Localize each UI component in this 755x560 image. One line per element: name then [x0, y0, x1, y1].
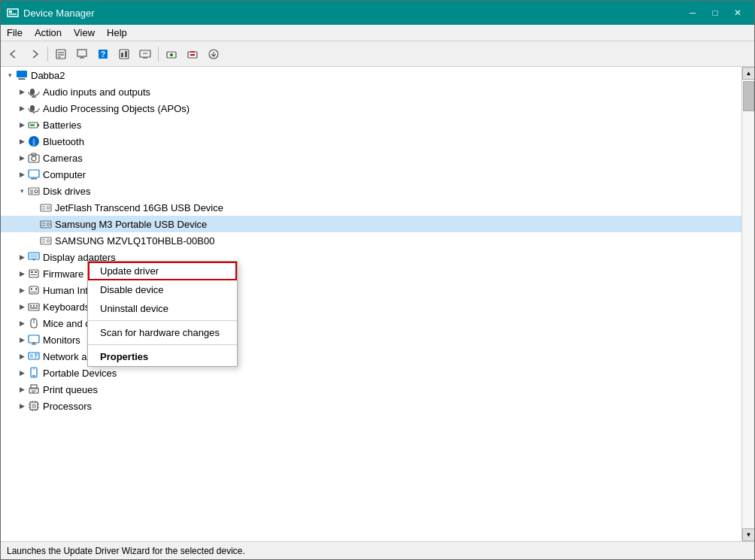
menu-help[interactable]: Help — [101, 25, 133, 41]
status-bar: Launches the Update Driver Wizard for th… — [1, 541, 754, 559]
scroll-up-button[interactable]: ▲ — [742, 67, 754, 80]
window-icon — [7, 7, 19, 19]
jetflash-icon — [40, 201, 52, 213]
tree-item-jetflash[interactable]: ▶ JetFlash Transcend 16GB USB Device — [1, 199, 741, 216]
expand-audio-io[interactable]: ▶ — [16, 86, 28, 98]
svg-rect-1 — [9, 11, 12, 13]
menu-view[interactable]: View — [68, 25, 101, 41]
title-bar: Device Manager ─ □ ✕ — [1, 1, 754, 25]
expand-audio-apo[interactable]: ▶ — [16, 102, 28, 114]
expand-disk-drives[interactable]: ▾ — [16, 185, 28, 197]
device-tree[interactable]: ▾ Dabba2 ▶ — [1, 67, 741, 541]
svg-rect-65 — [35, 271, 37, 273]
tree-item-processors[interactable]: ▶ Processors — [1, 398, 741, 414]
computer-sub-icon — [28, 168, 40, 180]
expand-network[interactable]: ▶ — [16, 350, 28, 362]
context-menu-separator-1 — [88, 320, 237, 321]
device-manager-window: Device Manager ─ □ ✕ File Action View He… — [0, 0, 755, 560]
toolbar: ? — [1, 41, 754, 67]
svg-rect-72 — [30, 305, 32, 307]
scroll-thumb[interactable] — [743, 81, 754, 111]
maximize-button[interactable]: □ — [705, 5, 726, 20]
main-area: ▾ Dabba2 ▶ — [1, 67, 754, 541]
svg-rect-33 — [38, 124, 39, 126]
svg-rect-27 — [30, 89, 35, 95]
tree-item-cameras[interactable]: ▶ Cameras — [1, 150, 741, 166]
update-driver-toolbar-button[interactable] — [72, 44, 92, 64]
hid-icon — [28, 284, 40, 296]
audio-apo-label: Audio Processing Objects (APOs) — [43, 103, 190, 114]
mice-icon — [28, 317, 40, 329]
tree-item-disk-drives[interactable]: ▾ Disk drives — [1, 183, 741, 199]
tree-item-samsung-mz[interactable]: ▶ SAMSUNG MZVLQ1T0HBLB-00B00 — [1, 232, 741, 249]
tree-item-batteries[interactable]: ▶ Batteries — [1, 117, 741, 133]
expand-computer[interactable]: ▶ — [16, 168, 28, 180]
expand-print[interactable]: ▶ — [16, 383, 28, 395]
help-button[interactable]: ? — [93, 44, 113, 64]
scroll-track[interactable] — [742, 80, 754, 528]
svg-rect-41 — [31, 178, 37, 180]
tree-item-root[interactable]: ▾ Dabba2 — [1, 67, 741, 83]
firmware-icon — [28, 268, 40, 280]
vertical-scrollbar[interactable]: ▲ ▼ — [741, 67, 754, 541]
batteries-icon — [28, 119, 40, 131]
svg-rect-24 — [17, 71, 27, 77]
expand-display[interactable]: ▶ — [16, 251, 28, 263]
expand-firmware[interactable]: ▶ — [16, 268, 28, 280]
processors-label: Processors — [43, 401, 92, 412]
menu-file[interactable]: File — [1, 25, 29, 41]
tree-item-print[interactable]: ▶ Print queues — [1, 381, 741, 398]
context-menu-properties[interactable]: Properties — [88, 347, 237, 366]
svg-rect-67 — [29, 286, 38, 294]
expand-portable[interactable]: ▶ — [16, 367, 28, 379]
forward-button[interactable] — [25, 44, 44, 64]
remove-device-button[interactable] — [183, 44, 202, 64]
expand-keyboards[interactable]: ▶ — [16, 301, 28, 313]
expand-hid[interactable]: ▶ — [16, 284, 28, 296]
expand-processors[interactable]: ▶ — [16, 400, 28, 412]
tree-item-portable[interactable]: ▶ Portable Devices — [1, 365, 741, 381]
expand-monitors[interactable]: ▶ — [16, 334, 28, 346]
svg-point-38 — [32, 156, 36, 161]
expand-batteries[interactable]: ▶ — [16, 119, 28, 131]
samsung-mz-icon — [40, 235, 52, 247]
tree-item-samsung-m3[interactable]: ▶ Samsung M3 Portable USB Device — [1, 216, 741, 232]
root-label: Dabba2 — [31, 70, 65, 81]
expand-root[interactable]: ▾ — [4, 69, 16, 81]
network-icon — [28, 350, 40, 362]
svg-point-52 — [47, 223, 50, 226]
minimize-button[interactable]: ─ — [682, 5, 703, 20]
tree-item-computer[interactable]: ▶ Computer — [1, 166, 741, 183]
download-button[interactable] — [204, 44, 223, 64]
context-menu-uninstall-device[interactable]: Uninstall device — [88, 299, 237, 318]
status-text: Launches the Update Driver Wizard for th… — [7, 546, 245, 556]
properties-button[interactable] — [51, 44, 71, 64]
context-menu-scan[interactable]: Scan for hardware changes — [88, 323, 237, 342]
add-device-button[interactable] — [162, 44, 181, 64]
expand-mice[interactable]: ▶ — [16, 317, 28, 329]
disk-drives-label: Disk drives — [43, 186, 91, 197]
scroll-down-button[interactable]: ▼ — [742, 528, 754, 541]
svg-text:?: ? — [101, 50, 105, 59]
portable-icon — [28, 367, 40, 379]
expand-bluetooth[interactable]: ▶ — [16, 135, 28, 147]
context-menu-update-driver[interactable]: Update driver — [88, 262, 237, 280]
samsung-m3-icon — [40, 218, 52, 230]
svg-rect-68 — [31, 288, 32, 290]
close-button[interactable]: ✕ — [727, 5, 748, 20]
scan-hardware-toolbar-button[interactable] — [135, 44, 155, 64]
cameras-icon — [28, 152, 40, 164]
tree-item-audio-io[interactable]: ▶ Audio inputs and outputs — [1, 83, 741, 100]
svg-rect-7 — [77, 50, 86, 56]
svg-point-48 — [47, 207, 50, 210]
menu-action[interactable]: Action — [29, 25, 68, 41]
tree-item-bluetooth[interactable]: ▶ ᛒ Bluetooth — [1, 133, 741, 150]
svg-rect-77 — [29, 335, 39, 343]
context-menu-disable-device[interactable]: Disable device — [88, 280, 237, 299]
expand-cameras[interactable]: ▶ — [16, 152, 28, 164]
resources-button[interactable] — [114, 44, 134, 64]
toolbar-separator-2 — [158, 47, 159, 62]
tree-item-audio-apo[interactable]: ▶ Audio Processing Objects (APOs) — [1, 100, 741, 117]
back-button[interactable] — [4, 44, 23, 64]
disk-drives-icon — [28, 185, 40, 197]
